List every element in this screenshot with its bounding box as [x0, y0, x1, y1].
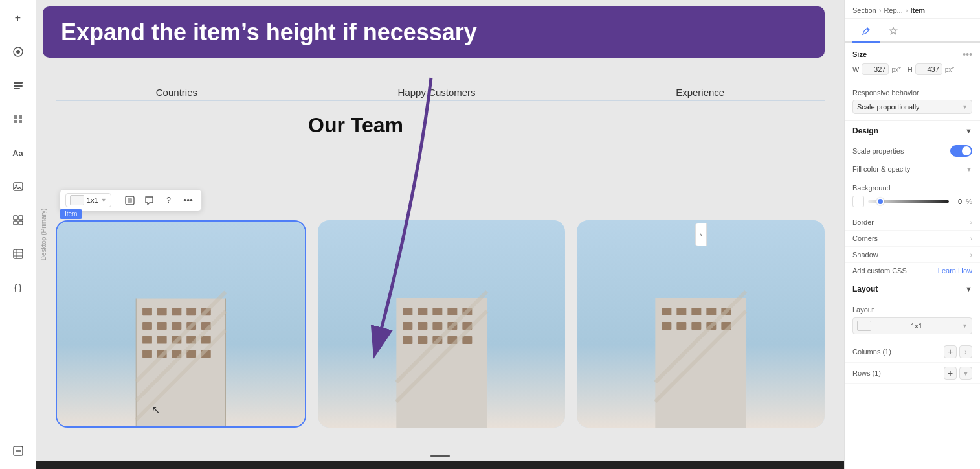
scale-toggle[interactable]: [950, 145, 972, 157]
breadcrumb-section: Section: [852, 6, 876, 14]
layers-icon[interactable]: [8, 41, 28, 62]
responsive-section: Responsive behavior Scale proportionally…: [845, 82, 980, 121]
chat-icon[interactable]: [142, 192, 157, 208]
svg-rect-63: [656, 298, 746, 428]
help-icon[interactable]: ?: [161, 192, 177, 208]
h-unit: px*: [945, 66, 954, 73]
layout-section-chevron: ▼: [965, 285, 972, 293]
svg-rect-53: [432, 322, 442, 330]
left-sidebar: + Aa: [0, 0, 36, 469]
tab-design[interactable]: [852, 23, 880, 43]
svg-point-1: [16, 50, 20, 54]
rows-row: Rows (1) + ▼: [845, 363, 980, 384]
right-panel: Section › Rep... › Item Size ••• W px*: [844, 0, 980, 469]
svg-rect-5: [14, 183, 23, 190]
svg-rect-37: [142, 350, 152, 358]
columns-expand-btn[interactable]: ›: [959, 345, 972, 358]
svg-rect-18: [128, 198, 132, 203]
stat-experience: Experience: [676, 87, 724, 98]
rows-plus-btn[interactable]: +: [944, 367, 957, 380]
rows-expand-btn[interactable]: ▼: [959, 367, 972, 380]
fill-color-row[interactable]: Fill color & opacity ▼: [845, 161, 980, 177]
size-more-icon[interactable]: •••: [963, 49, 972, 60]
svg-rect-49: [447, 308, 457, 315]
card-2-image: [318, 220, 566, 428]
widgets-icon[interactable]: [8, 210, 28, 231]
border-label: Border: [852, 218, 874, 226]
w-unit: px*: [891, 66, 900, 73]
table-icon[interactable]: [8, 244, 28, 264]
background-opacity-unit: %: [966, 198, 972, 205]
columns-row: Columns (1) + ›: [845, 341, 980, 363]
code-icon[interactable]: {}: [8, 277, 28, 298]
card-2[interactable]: [318, 220, 566, 428]
w-label: W: [852, 65, 859, 73]
background-opacity-value: 0: [953, 198, 962, 205]
design-label: Design: [852, 126, 878, 135]
custom-css-label: Add custom CSS: [852, 267, 907, 275]
svg-point-6: [15, 185, 17, 187]
svg-rect-24: [172, 308, 182, 315]
layout-option-chevron: ▼: [962, 323, 968, 329]
pages-icon[interactable]: [8, 75, 28, 96]
background-swatch[interactable]: [852, 196, 864, 207]
add-icon[interactable]: +: [8, 8, 28, 29]
svg-rect-32: [142, 336, 152, 344]
building-svg-1: [57, 222, 305, 426]
columns-controls: + ›: [944, 345, 972, 358]
stat-countries: Countries: [156, 87, 197, 98]
responsive-dropdown[interactable]: Scale proportionally ▼: [852, 100, 972, 114]
container-icon[interactable]: [122, 192, 138, 208]
layout-dropdown[interactable]: 1x1 ▼: [65, 193, 111, 207]
building-svg-2: [318, 220, 566, 428]
corners-label: Corners: [852, 234, 878, 242]
fill-label: Fill color & opacity: [852, 165, 910, 173]
collapse-panel-btn[interactable]: ›: [695, 223, 707, 246]
svg-rect-25: [186, 308, 196, 315]
panel-tabs: [845, 19, 980, 43]
layout-option-dropdown[interactable]: 1x1 ▼: [852, 317, 972, 334]
card-1[interactable]: [56, 220, 306, 428]
layout-section-header[interactable]: Layout ▼: [845, 279, 980, 299]
svg-rect-23: [157, 308, 167, 315]
shadow-row[interactable]: Shadow ›: [845, 247, 980, 263]
svg-rect-67: [707, 308, 717, 315]
svg-rect-64: [662, 308, 672, 315]
elements-icon[interactable]: [8, 109, 28, 130]
learn-how-link[interactable]: Learn How: [938, 267, 972, 275]
tab-actions[interactable]: [880, 23, 907, 43]
svg-rect-29: [172, 322, 182, 330]
bottom-icon[interactable]: [8, 440, 28, 461]
toolbar-divider-1: [117, 194, 117, 206]
columns-plus-btn[interactable]: +: [944, 345, 957, 358]
svg-rect-57: [418, 336, 427, 344]
rows-controls: + ▼: [944, 367, 972, 380]
responsive-chevron: ▼: [962, 104, 968, 110]
background-slider[interactable]: [868, 200, 949, 203]
svg-rect-7: [14, 216, 17, 220]
svg-rect-3: [14, 85, 23, 87]
card-3[interactable]: [577, 220, 825, 428]
svg-rect-11: [14, 249, 23, 258]
layout-box-icon: [70, 195, 84, 205]
background-section: Background 0 %: [845, 177, 980, 214]
border-row[interactable]: Border ›: [845, 214, 980, 231]
svg-rect-9: [14, 221, 17, 225]
item-toolbar: 1x1 ▼ ? •••: [60, 189, 202, 211]
layout-option-label: Layout: [852, 306, 972, 314]
svg-rect-33: [157, 336, 167, 344]
design-header[interactable]: Design ▼: [845, 121, 980, 141]
height-input[interactable]: [915, 63, 942, 75]
more-icon[interactable]: •••: [181, 192, 196, 208]
image-icon[interactable]: [8, 176, 28, 197]
background-color-row: 0 %: [852, 196, 972, 207]
breadcrumb-sep-2: ›: [906, 6, 908, 14]
typography-icon[interactable]: Aa: [8, 143, 28, 163]
svg-rect-4: [14, 88, 20, 89]
svg-rect-36: [201, 336, 211, 344]
rows-label: Rows (1): [852, 369, 881, 377]
corners-row[interactable]: Corners ›: [845, 231, 980, 247]
svg-rect-22: [142, 308, 152, 315]
svg-rect-69: [662, 322, 672, 330]
width-input[interactable]: [862, 63, 889, 75]
